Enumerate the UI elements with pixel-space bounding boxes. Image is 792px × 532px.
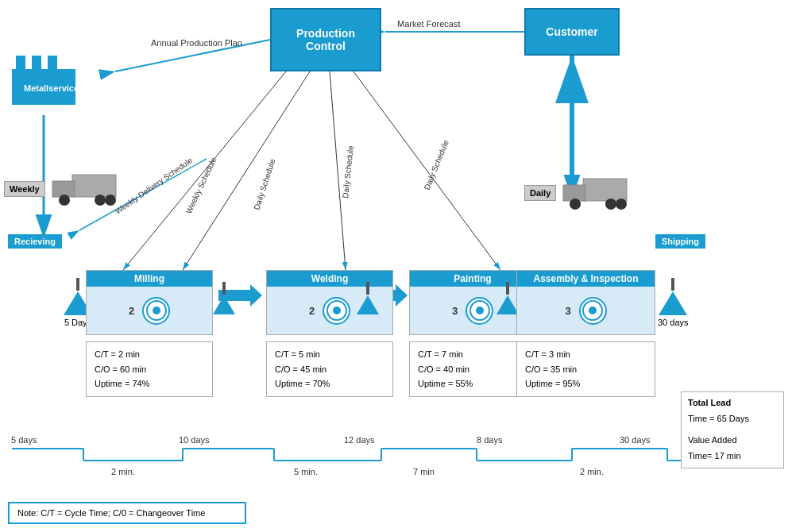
weekly-truck: Weekly [4, 171, 120, 206]
inventory-days-5: 30 days [658, 318, 689, 327]
svg-text:Annual Production Plan: Annual Production Plan [151, 38, 242, 48]
svg-point-65 [605, 199, 616, 210]
total-lead-label: Total Lead [688, 395, 777, 411]
svg-line-12 [183, 71, 310, 270]
svg-marker-23 [396, 284, 408, 306]
painting-ct: C/T = 7 min [418, 347, 527, 362]
inventory-triangle-4 [496, 282, 519, 314]
milling-co: C/O = 60 min [95, 362, 204, 377]
svg-text:Daily Schedule: Daily Schedule [423, 138, 450, 191]
svg-text:Weekly Delivery Schedule: Weekly Delivery Schedule [114, 156, 195, 216]
svg-text:2 min.: 2 min. [580, 467, 604, 476]
milling-header: Milling [87, 271, 212, 287]
production-control-box: Production Control [270, 8, 381, 71]
milling-ct: C/T = 2 min [95, 347, 204, 362]
metallservice-factory: Metallservice [8, 52, 79, 118]
welding-operator [323, 297, 350, 325]
svg-point-74 [589, 306, 597, 314]
receiving-label: Recieving [14, 237, 56, 246]
svg-text:2 min.: 2 min. [111, 467, 135, 476]
assembly-data: C/T = 3 min C/O = 35 min Uptime = 95% [516, 341, 655, 397]
svg-rect-63 [563, 185, 585, 201]
svg-rect-57 [72, 175, 116, 197]
welding-co: C/O = 45 min [275, 362, 384, 377]
svg-line-16 [354, 71, 500, 270]
welding-ct: C/T = 5 min [275, 347, 384, 362]
svg-text:7 min: 7 min [413, 467, 435, 476]
assembly-operator [579, 297, 607, 325]
assembly-ct: C/T = 3 min [525, 347, 647, 362]
receiving-box: Recieving [8, 234, 62, 249]
milling-operator [142, 297, 170, 325]
production-control-label: Production Control [296, 27, 355, 52]
svg-text:30 days: 30 days [620, 435, 651, 445]
milling-uptime: Uptime = 74% [95, 376, 204, 391]
shipping-label: Shipping [662, 237, 699, 246]
svg-point-64 [570, 199, 581, 210]
svg-text:Weekly Schedule: Weekly Schedule [184, 156, 218, 215]
svg-text:12 days: 12 days [344, 435, 375, 445]
svg-point-60 [95, 195, 106, 206]
svg-text:Metallservice: Metallservice [24, 83, 79, 93]
welding-uptime: Uptime = 70% [275, 376, 384, 391]
assembly-co: C/O = 35 min [525, 362, 647, 377]
svg-line-14 [330, 71, 346, 270]
painting-co: C/O = 40 min [418, 362, 527, 377]
customer-box: Customer [524, 8, 620, 56]
svg-point-66 [616, 199, 627, 210]
svg-point-72 [476, 306, 484, 314]
daily-truck: Daily [524, 175, 631, 210]
welding-data: C/T = 5 min C/O = 45 min Uptime = 70% [266, 341, 393, 397]
svg-point-61 [105, 195, 116, 206]
customer-label: Customer [546, 25, 597, 38]
totals-box: Total Lead Time = 65 Days Value Added Ti… [681, 391, 784, 468]
svg-text:8 days: 8 days [477, 435, 503, 445]
milling-data: C/T = 2 min C/O = 60 min Uptime = 74% [86, 341, 213, 397]
milling-process: Milling 2 [86, 270, 213, 335]
assembly-process: Assembly & Inspection 3 [516, 270, 655, 335]
note-text: Note: C/T = Cycle Time; C/0 = Changeover… [17, 508, 205, 518]
svg-text:Daily Schedule: Daily Schedule [252, 157, 276, 210]
inventory-triangle-5: 30 days [658, 278, 689, 327]
svg-line-3 [115, 40, 270, 71]
svg-text:Market Forecast: Market Forecast [397, 19, 460, 29]
svg-line-10 [123, 71, 286, 270]
svg-text:10 days: 10 days [179, 435, 210, 445]
inventory-triangle-2 [213, 282, 235, 314]
total-lead-value: Time = 65 Days [688, 411, 777, 427]
painting-operator [466, 297, 493, 325]
svg-text:5 days: 5 days [11, 435, 37, 445]
painting-uptime: Uptime = 55% [418, 376, 527, 391]
svg-point-70 [333, 306, 341, 314]
value-added-label: Value Added [688, 433, 777, 449]
assembly-uptime: Uptime = 95% [525, 376, 647, 391]
svg-point-59 [59, 195, 70, 206]
note-box: Note: C/T = Cycle Time; C/0 = Changeover… [8, 502, 246, 524]
svg-text:5 min.: 5 min. [294, 467, 318, 476]
assembly-header: Assembly & Inspection [517, 271, 655, 287]
svg-point-68 [153, 306, 160, 314]
svg-text:Daily Schedule: Daily Schedule [341, 145, 355, 199]
svg-rect-58 [52, 181, 75, 197]
svg-rect-62 [583, 179, 627, 201]
svg-marker-20 [250, 284, 262, 306]
value-added-time: Time= 17 min [688, 449, 777, 465]
shipping-box: Shipping [655, 234, 705, 249]
inventory-triangle-3 [357, 282, 379, 314]
